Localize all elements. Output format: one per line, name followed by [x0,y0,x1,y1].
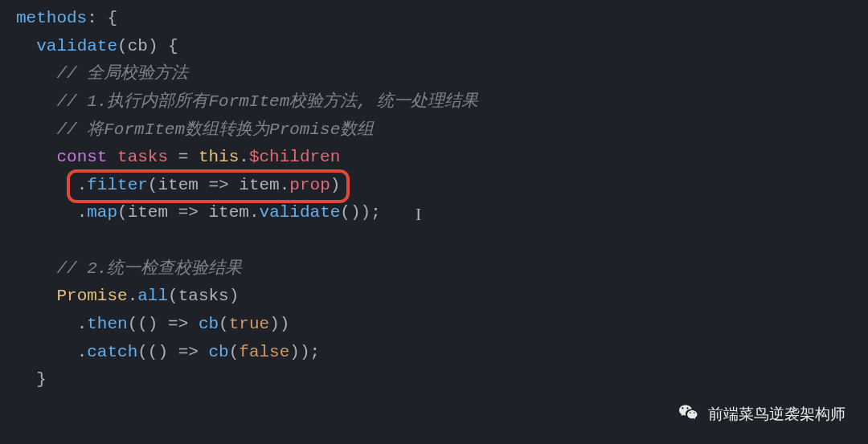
tok-true: true [229,315,269,333]
code-line-3: // 全局校验方法 [16,60,868,88]
tok-punct: (() => [137,343,208,361]
tok-const: const [56,148,107,166]
tok-catch: catch [87,343,137,361]
tok-arrow: => [199,176,239,194]
tok-punct: ) [229,287,240,305]
tok-cb: cb [199,315,219,333]
tok-arrow: => [168,203,208,222]
tok-brace: } [36,370,47,389]
code-line-8: .map(item => item.validate()); [16,199,868,227]
tok-tasks: tasks [178,287,229,305]
tok-punct: ( [229,343,240,361]
comment: // 2.统一检查校验结果 [56,259,242,278]
comment: // 将FormItem数组转换为Promise数组 [56,120,374,139]
tok-validate: validate [260,203,341,222]
tok-punct: ); [361,203,381,222]
code-editor: methods: { validate(cb) { // 全局校验方法 // 1… [0,5,868,394]
tok-eq: = [168,148,199,166]
watermark-label: 前端菜鸟逆袭架构师 [708,401,845,426]
watermark: 前端菜鸟逆袭架构师 [678,401,845,426]
tok-dot: . [128,287,138,305]
code-line-9 [16,227,868,255]
tok-punct: ) { [148,37,178,55]
tok-item: item [209,203,249,222]
tok-this: this [199,148,239,166]
tok-func-validate: validate [36,37,117,55]
tok-punct: : { [87,9,117,27]
tok-dot: . [280,176,290,194]
tok-dot: . [239,148,249,166]
comment: // 1.执行内部所有FormItem校验方法, 统一处理结果 [56,92,478,111]
tok-dot: . [77,343,88,361]
tok-cb: cb [208,343,228,361]
code-line-14: } [16,366,868,394]
code-line-11: Promise.all(tasks) [16,283,868,311]
code-line-13: .catch(() => cb(false)); [16,339,868,367]
tok-prop: $children [249,148,340,166]
tok-filter: filter [87,176,148,194]
code-line-6: const tasks = this.$children [16,144,868,172]
tok-item: item [239,176,279,194]
tok-then: then [87,315,127,333]
tok-prop: prop [289,176,330,194]
tok-methods: methods [16,9,87,27]
comment: // 全局校验方法 [56,64,188,83]
code-line-1: methods: { [16,5,868,33]
code-line-2: validate(cb) { [16,33,868,61]
tok-punct: ( [219,315,229,333]
tok-varname: tasks [117,148,168,166]
tok-dot: . [77,176,88,194]
text-cursor-icon: I [416,200,421,229]
tok-punct: (() => [128,315,199,333]
tok-promise: Promise [56,287,127,305]
code-line-12: .then(() => cb(true)) [16,311,868,339]
code-line-10: // 2.统一检查校验结果 [16,255,868,283]
code-line-4: // 1.执行内部所有FormItem校验方法, 统一处理结果 [16,88,868,116]
tok-punct: )); [289,343,320,361]
tok-punct: () [340,203,360,222]
tok-dot: . [77,203,88,222]
tok-item: item [128,203,168,222]
code-line-5: // 将FormItem数组转换为Promise数组 [16,116,868,145]
wechat-icon [678,402,700,425]
tok-param-cb: cb [128,37,148,55]
tok-all: all [137,287,168,305]
tok-map: map [87,203,117,222]
tok-dot: . [249,203,260,222]
tok-false: false [239,343,289,361]
tok-item: item [158,176,198,194]
tok-punct: ( [117,203,128,222]
tok-punct: ( [168,287,178,305]
code-line-7: .filter(item => item.prop) [16,172,868,200]
tok-punct: )) [269,315,289,333]
tok-punct: ( [117,37,128,55]
tok-punct: ( [148,176,158,194]
tok-dot: . [77,315,88,333]
tok-punct: ) [330,176,341,194]
